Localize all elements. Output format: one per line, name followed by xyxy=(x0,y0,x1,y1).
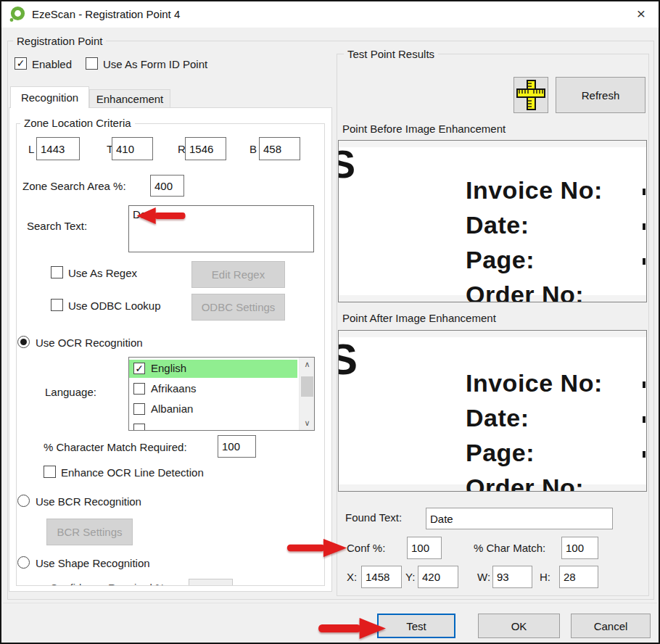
enabled-checkbox[interactable]: ✓ xyxy=(15,57,27,70)
use-odbc-lookup-label: Use ODBC Lookup xyxy=(68,300,161,312)
refresh-button[interactable]: Refresh xyxy=(556,77,645,113)
test-button-arrow-icon xyxy=(317,617,387,640)
conf-input[interactable] xyxy=(407,537,442,559)
char-match-required-label: % Character Match Required: xyxy=(44,441,187,453)
scan-line: Invoice No: xyxy=(466,366,603,400)
scan-edge-fragment xyxy=(643,189,645,195)
scan-edge-fragment xyxy=(643,451,645,458)
confidence-required-label: Confidence Required %: xyxy=(50,582,168,586)
conf-label: Conf %: xyxy=(347,542,385,554)
language-afrikaans-checkbox[interactable] xyxy=(133,383,145,395)
h-input[interactable] xyxy=(559,566,598,588)
after-enhancement-image: S Invoice No: Date: Page: Order No: xyxy=(338,330,647,492)
y-input[interactable] xyxy=(418,566,458,588)
tab-enhancement[interactable]: Enhancement xyxy=(89,89,170,108)
left-label: L xyxy=(28,143,34,155)
tab-enhancement-label: Enhancement xyxy=(96,93,164,105)
scan-partial-glyph: S xyxy=(338,338,358,381)
scroll-down-icon[interactable]: ∨ xyxy=(300,416,315,430)
before-enhancement-image: S Invoice No: Date: Page: Order No: xyxy=(338,140,647,302)
cancel-button[interactable]: Cancel xyxy=(571,614,651,638)
point-before-label: Point Before Image Enhancement xyxy=(342,123,506,135)
y-label: Y: xyxy=(405,571,415,583)
zone-search-area-label: Zone Search Area %: xyxy=(22,180,126,192)
x-input[interactable] xyxy=(361,566,402,588)
use-bcr-recognition-label: Use BCR Recognition xyxy=(36,495,141,508)
enhance-ocr-line-label: Enhance OCR Line Detection xyxy=(61,466,204,479)
use-shape-recognition-radio[interactable] xyxy=(17,556,30,569)
language-label: Language: xyxy=(45,386,96,398)
check-icon: ✓ xyxy=(135,363,144,374)
x-label: X: xyxy=(347,571,357,583)
odbc-settings-button[interactable]: ODBC Settings xyxy=(191,294,285,321)
tab-recognition-label: Recognition xyxy=(21,91,78,104)
zone-location-group-label: Zone Location Criteria xyxy=(20,117,135,129)
bottom-input[interactable] xyxy=(259,137,300,160)
ruler-icon xyxy=(514,80,548,110)
use-odbc-lookup-checkbox[interactable] xyxy=(51,299,63,311)
left-input[interactable] xyxy=(36,137,80,160)
language-albanian-checkbox[interactable] xyxy=(133,403,145,415)
ezescan-dialog: EzeScan - Registration Point 4 × Registr… xyxy=(0,0,660,644)
scan-edge-fragment xyxy=(643,258,645,265)
language-item-albanian[interactable]: Albanian xyxy=(129,400,297,418)
language-albanian-label: Albanian xyxy=(151,402,193,415)
scrollbar-thumb[interactable] xyxy=(301,376,313,397)
language-afrikaans-label: Afrikaans xyxy=(151,382,197,395)
search-text-label: Search Text: xyxy=(27,220,87,232)
char-match-input[interactable] xyxy=(561,537,598,559)
ezescan-logo-icon xyxy=(9,6,26,23)
char-match-required-input[interactable] xyxy=(218,435,256,458)
language-item-afrikaans[interactable]: Afrikaans xyxy=(129,380,297,398)
language-item-english[interactable]: ✓ English xyxy=(129,360,297,378)
language-listbox: ✓ English Afrikaans Albanian ∧ ∨ xyxy=(128,357,315,431)
w-label: W: xyxy=(477,571,490,583)
ok-button[interactable]: OK xyxy=(478,614,560,638)
use-as-form-id-label: Use As Form ID Point xyxy=(103,58,207,70)
check-icon: ✓ xyxy=(17,57,25,69)
zone-search-area-input[interactable] xyxy=(150,175,184,197)
scan-margin-top xyxy=(339,331,646,337)
scan-edge-fragment xyxy=(643,223,645,230)
h-label: H: xyxy=(540,571,550,583)
use-as-regex-label: Use As Regex xyxy=(68,267,137,279)
scan-partial-glyph: S xyxy=(338,144,355,183)
scan-line: Invoice No: xyxy=(466,173,603,207)
edit-regex-button[interactable]: Edit Regex xyxy=(191,261,285,288)
use-ocr-recognition-radio[interactable] xyxy=(17,336,30,348)
scan-line: Order No: xyxy=(466,470,603,492)
scan-line: Page: xyxy=(466,242,603,277)
confidence-required-input[interactable] xyxy=(189,579,233,586)
bcr-settings-button[interactable]: BCR Settings xyxy=(46,519,133,545)
use-as-regex-checkbox[interactable] xyxy=(51,266,63,278)
tab-recognition[interactable]: Recognition xyxy=(10,86,89,108)
scroll-up-icon[interactable]: ∧ xyxy=(300,358,315,371)
close-icon[interactable]: × xyxy=(627,1,656,26)
language-list-scrollbar[interactable]: ∧ ∨ xyxy=(299,358,314,430)
search-text-arrow-icon xyxy=(136,207,186,225)
bottom-label: B xyxy=(249,143,257,155)
language-english-checkbox[interactable]: ✓ xyxy=(133,363,145,374)
language-english-label: English xyxy=(151,362,186,374)
scan-line: Date: xyxy=(466,207,603,242)
conf-arrow-icon xyxy=(286,538,348,558)
language-item-partial[interactable] xyxy=(129,421,297,431)
scan-text-block: Invoice No: Date: Page: Order No: xyxy=(466,173,603,302)
found-text-input[interactable] xyxy=(426,508,613,529)
title-bar: EzeScan - Registration Point 4 × xyxy=(1,1,659,28)
w-input[interactable] xyxy=(492,566,532,588)
point-after-label: Point After Image Enhancement xyxy=(342,312,496,324)
scan-line: Date: xyxy=(466,400,603,435)
zone-location-group: L T R B Zone Search Area %: Search Text:… xyxy=(16,123,325,586)
test-button[interactable]: Test xyxy=(377,614,455,638)
top-input[interactable] xyxy=(112,137,153,160)
ruler-tool-button[interactable] xyxy=(513,77,548,113)
right-input[interactable] xyxy=(185,137,226,160)
language-partial-checkbox[interactable] xyxy=(133,424,145,431)
enhance-ocr-line-checkbox[interactable] xyxy=(44,466,56,478)
scan-edge-fragment xyxy=(643,416,645,423)
scan-line: Page: xyxy=(466,435,603,470)
use-as-form-id-checkbox[interactable] xyxy=(86,57,98,70)
registration-point-group-label: Registration Point xyxy=(13,35,106,47)
use-bcr-recognition-radio[interactable] xyxy=(17,495,30,507)
